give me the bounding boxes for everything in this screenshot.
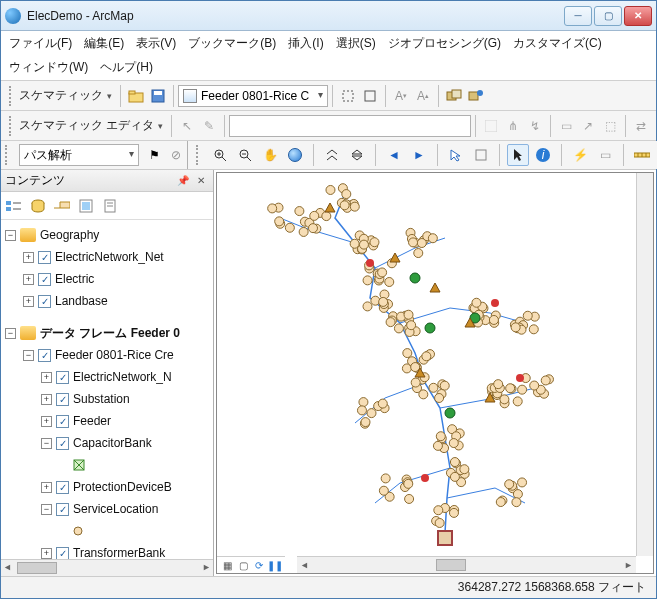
menu-help[interactable]: ヘルプ(H) <box>100 59 153 76</box>
layer-checkbox[interactable]: ✓ <box>56 503 69 516</box>
expand-toggle[interactable]: + <box>41 416 52 427</box>
menu-insert[interactable]: 挿入(I) <box>288 35 323 52</box>
maximize-button[interactable]: ▢ <box>594 6 622 26</box>
schematic-label[interactable]: スケマティック <box>19 87 103 104</box>
close-button[interactable]: ✕ <box>624 6 652 26</box>
layer-checkbox[interactable]: ✓ <box>56 547 69 560</box>
menu-bookmark[interactable]: ブックマーク(B) <box>188 35 276 52</box>
toolbar-grip-3[interactable] <box>5 145 11 165</box>
select-features-icon[interactable] <box>445 144 467 166</box>
df-feeder[interactable]: データ フレーム Feeder 0 <box>40 325 180 342</box>
schematic-editor-label[interactable]: スケマティック エディタ <box>19 117 154 134</box>
toc-hscroll[interactable]: ◄ ► <box>1 559 213 576</box>
menu-view[interactable]: 表示(V) <box>136 35 176 52</box>
refresh-icon[interactable]: ⟳ <box>253 559 265 571</box>
menu-geoproc[interactable]: ジオプロセシング(G) <box>388 35 501 52</box>
hyperlink-icon[interactable]: ⚡ <box>569 144 591 166</box>
minimize-button[interactable]: ─ <box>564 6 592 26</box>
map-canvas[interactable]: ▦ ▢ ⟳ ❚❚ ◄ ► <box>216 172 654 574</box>
open-schematic-icon[interactable] <box>125 85 147 107</box>
layer-label[interactable]: Landbase <box>55 294 108 308</box>
tool-icon-2[interactable] <box>359 85 381 107</box>
layer-checkbox[interactable]: ✓ <box>56 437 69 450</box>
menu-window[interactable]: ウィンドウ(W) <box>9 59 88 76</box>
expand-toggle[interactable]: − <box>41 438 52 449</box>
svg-point-150 <box>440 381 449 390</box>
dropdown-arrow-icon[interactable]: ▾ <box>107 91 112 101</box>
full-extent-icon[interactable] <box>284 144 306 166</box>
layer-label[interactable]: TransformerBank <box>73 546 165 559</box>
list-by-visibility-icon[interactable] <box>53 197 71 215</box>
layer-label[interactable]: CapacitorBank <box>73 436 152 450</box>
toolbar-grip-2[interactable] <box>9 116 15 136</box>
map-hscrollbar[interactable]: ◄ ► <box>297 556 636 573</box>
expand-toggle[interactable]: − <box>5 328 16 339</box>
pause-icon[interactable]: ❚❚ <box>269 559 281 571</box>
expand-toggle[interactable]: + <box>41 482 52 493</box>
svg-point-187 <box>436 432 445 441</box>
map-vscrollbar[interactable] <box>636 173 653 556</box>
layer-checkbox[interactable]: ✓ <box>56 371 69 384</box>
zoom-out-fixed-icon[interactable] <box>346 144 368 166</box>
layer-label[interactable]: ElectricNetwork_Net <box>55 250 164 264</box>
expand-toggle[interactable]: + <box>23 296 34 307</box>
expand-toggle[interactable]: − <box>23 350 34 361</box>
editor-input[interactable] <box>229 115 471 137</box>
measure-icon[interactable] <box>631 144 653 166</box>
layer-checkbox[interactable]: ✓ <box>38 349 51 362</box>
layer-label[interactable]: ElectricNetwork_N <box>73 370 172 384</box>
menu-customize[interactable]: カスタマイズ(C) <box>513 35 602 52</box>
zoom-out-icon[interactable] <box>234 144 256 166</box>
zoom-in-fixed-icon[interactable] <box>321 144 343 166</box>
layer-checkbox[interactable]: ✓ <box>56 415 69 428</box>
expand-toggle[interactable]: + <box>41 548 52 559</box>
layer-label[interactable]: Feeder <box>73 414 111 428</box>
expand-toggle[interactable]: + <box>23 274 34 285</box>
menu-edit[interactable]: 編集(E) <box>84 35 124 52</box>
zoom-in-icon[interactable] <box>209 144 231 166</box>
expand-toggle[interactable]: + <box>41 372 52 383</box>
pointer-tool-icon[interactable] <box>507 144 529 166</box>
toc-tree[interactable]: − Geography + ✓ ElectricNetwork_Net + ✓ … <box>1 220 213 559</box>
options-icon[interactable] <box>101 197 119 215</box>
toolbar-grip-4[interactable] <box>196 145 202 165</box>
list-by-selection-icon[interactable] <box>77 197 95 215</box>
data-view-icon[interactable]: ▦ <box>221 559 233 571</box>
prev-extent-icon[interactable]: ◄ <box>383 144 405 166</box>
save-schematic-icon[interactable] <box>147 85 169 107</box>
pin-icon[interactable]: 📌 <box>177 175 189 186</box>
expand-toggle[interactable]: − <box>5 230 16 241</box>
identify-icon[interactable]: i <box>532 144 554 166</box>
pan-icon[interactable]: ✋ <box>259 144 281 166</box>
df-geography[interactable]: Geography <box>40 228 99 242</box>
flag-icon[interactable]: ⚑ <box>143 144 165 166</box>
path-analysis-select[interactable]: パス解析 <box>19 144 139 166</box>
feeder-select[interactable]: Feeder 0801-Rice C <box>178 85 328 107</box>
layer-label[interactable]: Feeder 0801-Rice Cre <box>55 348 174 362</box>
dropdown-arrow-icon-2[interactable]: ▾ <box>158 121 163 131</box>
expand-toggle[interactable]: − <box>41 504 52 515</box>
layer-checkbox[interactable]: ✓ <box>38 295 51 308</box>
layer-label[interactable]: ServiceLocation <box>73 502 158 516</box>
layer-label[interactable]: Electric <box>55 272 94 286</box>
toolbar-grip[interactable] <box>9 86 15 106</box>
layer-checkbox[interactable]: ✓ <box>38 273 51 286</box>
layer-label[interactable]: Substation <box>73 392 130 406</box>
next-extent-icon[interactable]: ► <box>408 144 430 166</box>
sync-view-icon[interactable] <box>443 85 465 107</box>
layer-checkbox[interactable]: ✓ <box>56 481 69 494</box>
list-by-source-icon[interactable] <box>29 197 47 215</box>
tool-icon-1[interactable] <box>337 85 359 107</box>
menu-file[interactable]: ファイル(F) <box>9 35 72 52</box>
expand-toggle[interactable]: + <box>41 394 52 405</box>
layer-checkbox[interactable]: ✓ <box>56 393 69 406</box>
list-by-drawing-icon[interactable] <box>5 197 23 215</box>
expand-toggle[interactable]: + <box>23 252 34 263</box>
layer-checkbox[interactable]: ✓ <box>38 251 51 264</box>
menu-select[interactable]: 選択(S) <box>336 35 376 52</box>
layer-label[interactable]: ProtectionDeviceB <box>73 480 172 494</box>
clear-selection-icon[interactable] <box>470 144 492 166</box>
layout-view-icon[interactable]: ▢ <box>237 559 249 571</box>
panel-close-icon[interactable]: ✕ <box>197 175 205 186</box>
settings-icon[interactable] <box>465 85 487 107</box>
